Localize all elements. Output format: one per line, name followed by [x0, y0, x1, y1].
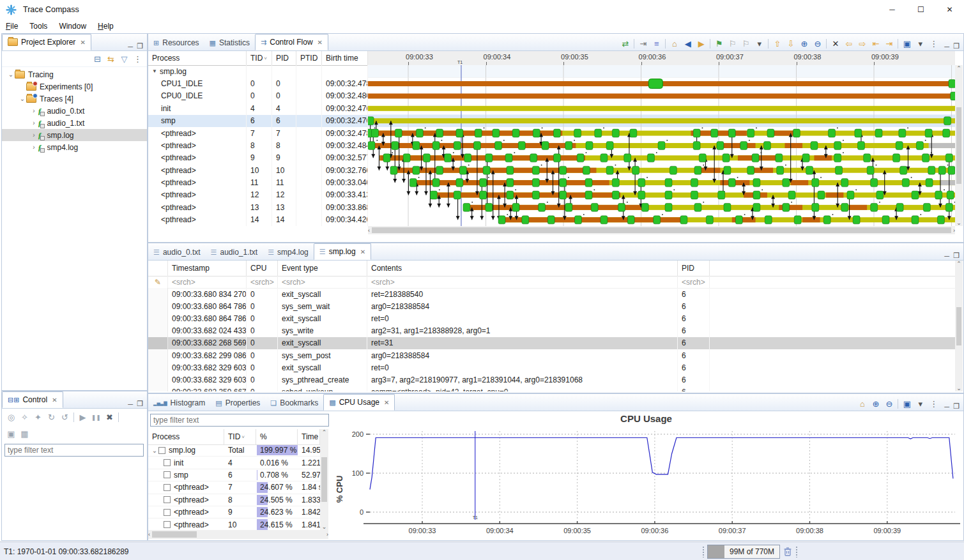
filter-cell-contents[interactable]: <srch>: [367, 276, 678, 288]
start-trace-icon[interactable]: ▶: [76, 411, 89, 424]
menu-help[interactable]: Help: [92, 20, 119, 32]
timeline-horizontal-scrollbar[interactable]: ‹ ›: [368, 226, 955, 234]
connect-icon[interactable]: ◎: [4, 411, 18, 424]
process-checkbox[interactable]: [164, 496, 171, 503]
reset-time-range-icon[interactable]: ⌂: [855, 397, 869, 411]
close-window-button[interactable]: ✕: [935, 1, 964, 19]
timeline-axis[interactable]: 09:00:3309:00:3409:00:3509:00:3609:00:37…: [368, 51, 955, 66]
cpu-row-init[interactable]: init40.016 %1.221 m: [148, 457, 320, 469]
next-event-icon[interactable]: ⇥: [882, 37, 896, 50]
cpu-row-smp-log[interactable]: ⌄smp.logTotal199.997 %14.959: [148, 444, 320, 457]
process-row-init[interactable]: init4409:00:32.4760: [148, 102, 368, 114]
column-header-pid[interactable]: PID: [272, 51, 296, 65]
expander-icon[interactable]: ›: [30, 119, 38, 126]
refresh-icon[interactable]: ↻: [45, 411, 58, 424]
nav-back-icon[interactable]: ◀: [681, 37, 694, 50]
column-header-process[interactable]: Process: [148, 429, 224, 444]
cpu-row--pthread-[interactable]: <pthread>1024.615 %1.841 s: [148, 518, 320, 530]
expander-icon[interactable]: ⌄: [151, 447, 158, 454]
new-view-dropdown-icon[interactable]: ▾: [914, 397, 927, 411]
expander-icon[interactable]: ›: [30, 107, 38, 114]
scroll-left-icon[interactable]: ‹: [148, 531, 150, 538]
process-row--pthread-[interactable]: <pthread>111109:00:33.0404: [148, 176, 368, 188]
new-view-dropdown-icon[interactable]: ▾: [914, 37, 927, 50]
zoom-out-icon[interactable]: ⊖: [811, 37, 824, 50]
control-filter-input[interactable]: [4, 444, 144, 457]
move-up-icon[interactable]: ⇧: [770, 37, 784, 50]
maximize-window-button[interactable]: ☐: [907, 1, 935, 19]
column-header-process[interactable]: Process: [148, 51, 247, 65]
tab-statistics[interactable]: ▦Statistics: [204, 35, 255, 50]
column-header-pid[interactable]: PID: [678, 261, 710, 276]
align-views-icon[interactable]: ⇥: [636, 37, 650, 50]
close-icon[interactable]: ✕: [384, 399, 389, 406]
pause-trace-icon[interactable]: ❚❚: [89, 411, 103, 424]
cancel-follow-icon[interactable]: ✕: [829, 37, 842, 50]
follow-cpu-forward-icon[interactable]: ⇨: [855, 37, 869, 50]
process-row--pthread-[interactable]: <pthread>9909:00:32.5775: [148, 152, 368, 164]
process-row--pthread-[interactable]: <pthread>101009:00:32.7662: [148, 164, 368, 176]
tab-bookmarks[interactable]: ❏Bookmarks: [265, 395, 323, 411]
column-header-tid[interactable]: TID˅: [224, 429, 256, 444]
menu-file[interactable]: File: [0, 20, 24, 32]
tree-item-experiments-0-[interactable]: Experiments [0]: [2, 80, 147, 93]
delete-connection-icon[interactable]: ✦: [31, 411, 45, 424]
import-trace-icon[interactable]: ▦: [18, 427, 31, 441]
tab-resources[interactable]: ⊞Resources: [148, 35, 204, 50]
filter-cell-timestamp[interactable]: <srch>: [168, 276, 247, 288]
tab-audio-0-txt[interactable]: ☰audio_0.txt: [148, 245, 206, 260]
scroll-up-icon[interactable]: ⌃: [322, 429, 327, 435]
column-header-cpu[interactable]: CPU: [247, 261, 278, 276]
column-header-contents[interactable]: Contents: [367, 261, 678, 276]
process-checkbox[interactable]: [164, 484, 171, 491]
nav-forward-icon[interactable]: ▶: [694, 37, 708, 50]
new-view-icon[interactable]: ▣: [900, 37, 914, 50]
tab-properties[interactable]: ▤Properties: [210, 395, 265, 411]
event-row[interactable]: 09:00:33.682 268 5690exit_syscallret=316: [148, 337, 955, 349]
minimize-view-icon[interactable]: ─: [128, 43, 133, 50]
record-snapshot-icon[interactable]: ▣: [4, 427, 18, 441]
view-menu-icon[interactable]: ⋮: [927, 37, 940, 50]
zoom-out-icon[interactable]: ⊖: [882, 397, 896, 411]
maximize-view-icon[interactable]: ❒: [953, 402, 960, 411]
scroll-up-icon[interactable]: ⌃: [956, 261, 961, 267]
tab-histogram[interactable]: ▂▅▃▇Histogram: [148, 395, 210, 411]
column-header-timestamp[interactable]: Timestamp: [168, 261, 247, 276]
tree-item-tracing[interactable]: ⌄Tracing: [2, 68, 147, 80]
control-flow-timeline-chart[interactable]: [368, 65, 955, 226]
filter-cell-pid[interactable]: <srch>: [678, 276, 710, 288]
close-icon[interactable]: ✕: [52, 397, 57, 404]
process-row--pthread-[interactable]: <pthread>121209:00:33.4134: [148, 189, 368, 201]
expander-icon[interactable]: ⌄: [7, 71, 15, 78]
maximize-view-icon[interactable]: ❒: [953, 42, 960, 50]
process-checkbox[interactable]: [164, 471, 171, 478]
new-connection-icon[interactable]: ✧: [18, 411, 31, 424]
column-header-percent[interactable]: %: [256, 429, 298, 444]
cpu-row--pthread-[interactable]: <pthread>824.505 %1.833 s: [148, 494, 320, 506]
process-row--pthread-[interactable]: <pthread>7709:00:32.4788: [148, 127, 368, 139]
event-row[interactable]: 09:00:33.680 864 7860exit_syscallret=06: [148, 312, 955, 324]
expander-icon[interactable]: ›: [30, 144, 38, 151]
event-row[interactable]: 09:00:33.682 359 6670sched_wakeupcomm=<p…: [148, 386, 955, 392]
maximize-view-icon[interactable]: ❒: [137, 42, 143, 50]
move-down-icon[interactable]: ⇩: [784, 37, 797, 50]
scroll-down-icon[interactable]: ⌄: [956, 220, 961, 226]
events-vertical-scrollbar[interactable]: ⌃ ⌄: [955, 261, 963, 391]
scroll-down-icon[interactable]: ⌄: [322, 524, 327, 530]
process-row--pthread-[interactable]: <pthread>131309:00:33.8687: [148, 201, 368, 213]
process-row-smp[interactable]: smp6609:00:32.4760: [148, 115, 368, 127]
event-row[interactable]: 09:00:33.682 024 4330sys_writearg2=31, a…: [148, 325, 955, 337]
cpu-row--pthread-[interactable]: <pthread>724.607 %1.84 s: [148, 481, 320, 494]
minimize-view-icon[interactable]: ─: [944, 43, 949, 50]
edit-filter-icon[interactable]: ✎: [155, 278, 161, 287]
event-row[interactable]: 09:00:33.680 864 7860sys_sem_waitarg0=21…: [148, 300, 955, 312]
filter-icon[interactable]: ▽: [118, 52, 131, 66]
column-header-ptid[interactable]: PTID: [296, 51, 322, 65]
filter-cell-event-type[interactable]: <srch>: [278, 276, 367, 288]
event-row[interactable]: 09:00:33.680 834 2700exit_syscallret=218…: [148, 288, 955, 300]
prev-marker-icon[interactable]: ⚐: [726, 37, 739, 50]
cpu-table-horizontal-scrollbar[interactable]: ‹ ›: [148, 530, 328, 539]
expander-icon[interactable]: ⌄: [19, 95, 26, 102]
marker-dropdown-icon[interactable]: ▾: [753, 37, 766, 50]
process-checkbox[interactable]: [164, 521, 171, 528]
